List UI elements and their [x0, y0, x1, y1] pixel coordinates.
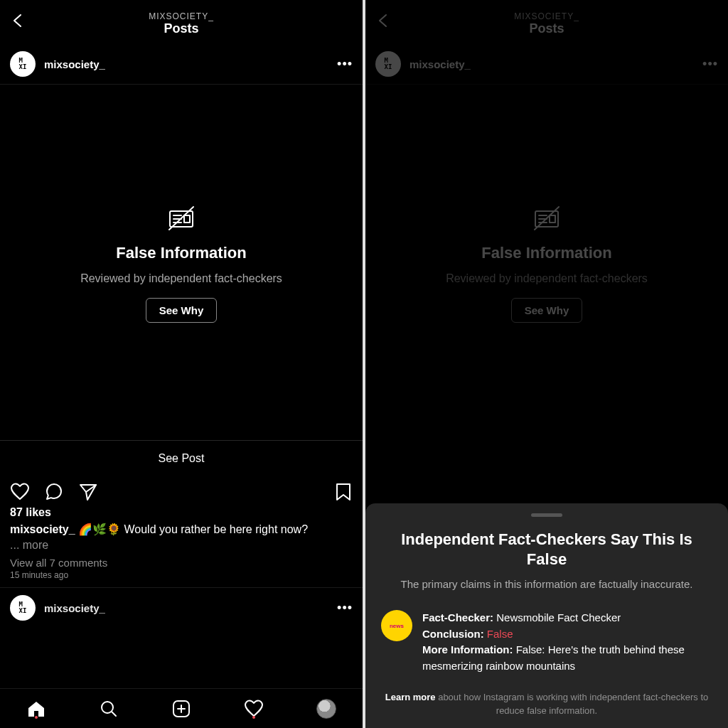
false-info-icon	[531, 203, 562, 234]
tab-bar	[0, 688, 363, 728]
notification-dot-icon	[252, 716, 255, 719]
conclusion-value: False	[487, 628, 513, 640]
action-row	[0, 476, 363, 505]
learn-more-link[interactable]: Learn more	[385, 692, 436, 702]
learn-more-footer: Learn more about how Instagram is workin…	[381, 691, 712, 718]
false-info-title: False Information	[481, 244, 611, 262]
plus-square-icon	[171, 699, 191, 719]
avatar[interactable]: MXI	[375, 51, 401, 77]
avatar[interactable]: MXI	[10, 51, 36, 77]
learn-more-text: about how Instagram is working with inde…	[436, 692, 709, 716]
header: MIXSOCIETY_ Posts	[0, 0, 363, 44]
caption-more[interactable]: ... more	[10, 539, 48, 551]
header-subtitle: MIXSOCIETY_	[514, 11, 579, 21]
post-more-button[interactable]: •••	[337, 601, 353, 616]
chevron-left-icon	[10, 13, 26, 28]
fact-checker-avatar: news	[381, 610, 412, 641]
false-info-subtitle: Reviewed by independent fact-checkers	[80, 272, 282, 285]
tab-search[interactable]	[95, 695, 123, 723]
header-title: Posts	[164, 21, 198, 36]
see-why-button[interactable]: See Why	[511, 298, 583, 323]
post-more-button[interactable]: •••	[337, 57, 353, 72]
next-post-header: MXI mixsociety_ •••	[0, 587, 363, 628]
caption-text: 🌈🌿🌻 Would you rather be here right now?	[78, 523, 308, 535]
false-info-title: False Information	[116, 244, 246, 262]
fc-name: Newsmobile Fact Checker	[496, 611, 621, 623]
post-body: False Information Reviewed by independen…	[365, 85, 728, 440]
post-caption: mixsociety_ 🌈🌿🌻 Would you rather be here…	[0, 520, 363, 554]
post-header: MXI mixsociety_ •••	[365, 44, 728, 85]
save-button[interactable]	[334, 482, 353, 502]
post-body: False Information Reviewed by independen…	[0, 85, 363, 440]
tab-activity[interactable]	[240, 695, 268, 723]
see-post-button[interactable]: See Post	[0, 440, 363, 476]
sheet-handle[interactable]	[531, 513, 562, 517]
like-button[interactable]	[10, 482, 30, 502]
conclusion-label: Conclusion:	[422, 628, 484, 640]
post-header: MXI mixsociety_ •••	[0, 44, 363, 85]
svg-rect-17	[550, 215, 555, 223]
comment-icon	[44, 482, 64, 502]
heart-icon	[10, 482, 30, 502]
likes-count[interactable]: 87 likes	[0, 505, 363, 520]
more-info-label: More Information:	[422, 643, 513, 655]
right-screen: MIXSOCIETY_ Posts MXI mixsociety_ ••• Fa…	[365, 0, 728, 728]
false-info-subtitle: Reviewed by independent fact-checkers	[446, 272, 648, 285]
false-info-icon	[166, 203, 197, 234]
back-button[interactable]	[10, 13, 26, 28]
post-timestamp: 15 minutes ago	[0, 569, 363, 587]
post-username[interactable]: mixsociety_	[410, 58, 694, 70]
fact-check-sheet: Independent Fact-Checkers Say This Is Fa…	[365, 503, 728, 728]
next-post-username[interactable]: mixsociety_	[44, 602, 328, 614]
view-comments[interactable]: View all 7 comments	[0, 554, 363, 569]
notification-dot-icon	[35, 716, 38, 719]
header-title: Posts	[529, 21, 564, 36]
header: MIXSOCIETY_ Posts	[365, 0, 728, 44]
fc-label: Fact-Checker:	[422, 611, 493, 623]
profile-avatar-icon	[316, 699, 336, 719]
fact-checker-text: Fact-Checker: Newsmobile Fact Checker Co…	[422, 610, 712, 674]
send-icon	[78, 482, 98, 502]
bookmark-icon	[334, 482, 353, 502]
svg-line-9	[112, 712, 116, 716]
post-more-button[interactable]: •••	[702, 57, 718, 72]
tab-home[interactable]	[22, 695, 50, 723]
svg-rect-4	[184, 215, 190, 223]
chevron-left-icon	[375, 13, 391, 28]
post-username[interactable]: mixsociety_	[44, 58, 328, 70]
tab-create[interactable]	[167, 695, 196, 723]
comment-button[interactable]	[44, 482, 64, 502]
share-button[interactable]	[78, 482, 98, 502]
search-icon	[100, 700, 118, 718]
fact-checker-row: news Fact-Checker: Newsmobile Fact Check…	[381, 610, 712, 674]
header-subtitle: MIXSOCIETY_	[149, 11, 214, 21]
see-why-button[interactable]: See Why	[146, 298, 218, 323]
sheet-title: Independent Fact-Checkers Say This Is Fa…	[381, 530, 712, 569]
caption-username[interactable]: mixsociety_	[10, 523, 75, 535]
left-screen: MIXSOCIETY_ Posts MXI mixsociety_ ••• Fa…	[0, 0, 363, 728]
avatar[interactable]: MXI	[10, 595, 36, 621]
tab-profile[interactable]	[312, 695, 341, 723]
back-button[interactable]	[375, 13, 391, 28]
sheet-description: The primary claims in this information a…	[381, 577, 712, 592]
